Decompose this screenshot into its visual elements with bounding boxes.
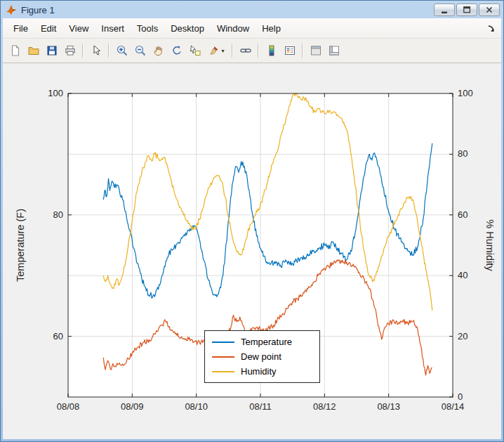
print-figure-button[interactable] (61, 42, 79, 60)
x-tick-label: 08/11 (249, 401, 272, 412)
menu-edit[interactable]: Edit (34, 20, 62, 37)
brush-icon (208, 44, 220, 57)
legend-item-humidity[interactable]: Humidity (205, 364, 319, 379)
menu-file[interactable]: File (7, 20, 34, 37)
right-tick-label: 60 (458, 209, 467, 220)
toolbar-separator (258, 44, 259, 58)
new-figure-icon (9, 44, 22, 57)
legend-label: Dew point (241, 351, 281, 362)
zoom-out-icon (134, 44, 147, 57)
figure-window: Figure 1 File Edit View Insert Tools Des… (0, 0, 504, 442)
legend-item-temperature[interactable]: Temperature (205, 334, 319, 349)
menubar: File Edit View Insert Tools Desktop Wind… (3, 18, 501, 39)
legend-line-sample-humidity (212, 371, 234, 372)
zoom-in-button[interactable] (113, 42, 131, 60)
insert-colorbar-button[interactable] (263, 42, 280, 60)
edit-plot-button[interactable] (87, 42, 105, 60)
matlab-figure-icon (6, 4, 17, 15)
titlebar[interactable]: Figure 1 (3, 0, 501, 18)
link-plot-button[interactable] (237, 42, 254, 60)
right-axis-label: % Humidity (484, 219, 496, 271)
hide-plot-tools-button[interactable] (307, 42, 324, 60)
rotate-3d-icon (171, 44, 183, 57)
show-plot-tools-button[interactable] (325, 42, 343, 60)
figure-toolbar: ▾ (3, 39, 501, 63)
data-cursor-button[interactable] (186, 42, 204, 60)
menu-help[interactable]: Help (256, 20, 287, 37)
save-floppy-icon (46, 44, 58, 57)
legend-item-dew-point[interactable]: Dew point (205, 349, 319, 364)
arrow-cursor-icon (90, 44, 102, 57)
legend-label: Temperature (241, 337, 292, 347)
x-tick-label: 08/13 (377, 401, 400, 412)
legend-line-sample-temperature (212, 342, 234, 343)
x-tick-label: 08/14 (442, 401, 465, 412)
link-plot-icon (239, 44, 252, 57)
legend-line-sample-dew-point (212, 356, 234, 358)
open-file-button[interactable] (25, 42, 42, 60)
brush-data-button[interactable]: ▾ (204, 42, 228, 60)
right-tick-label: 40 (458, 270, 467, 280)
window-title: Figure 1 (21, 5, 55, 15)
rotate-3d-button[interactable] (168, 42, 185, 60)
new-figure-button[interactable] (6, 42, 24, 60)
zoom-in-icon (116, 44, 128, 57)
toolbar-separator (302, 44, 303, 58)
minimize-button[interactable] (434, 4, 455, 16)
maximize-button[interactable] (456, 4, 477, 16)
figure-canvas[interactable]: 08/0808/0908/1008/1108/1208/1308/1460801… (3, 63, 501, 439)
legend-label: Humidity (241, 366, 277, 377)
insert-legend-icon (284, 44, 296, 57)
dock-figure-icon[interactable] (486, 24, 497, 33)
close-button[interactable] (479, 4, 500, 16)
data-cursor-icon (189, 44, 201, 57)
hand-pan-icon (152, 44, 165, 57)
maximize-icon (461, 5, 472, 15)
x-tick-label: 08/09 (121, 401, 144, 412)
menu-view[interactable]: View (62, 20, 95, 37)
printer-icon (64, 44, 77, 57)
menu-insert[interactable]: Insert (95, 20, 131, 37)
legend[interactable]: Temperature Dew point Humidity (204, 330, 320, 383)
minimize-icon (439, 5, 450, 15)
left-tick-label: 100 (48, 88, 63, 98)
insert-legend-button[interactable] (281, 42, 298, 60)
show-plot-tools-icon (328, 44, 340, 57)
zoom-out-button[interactable] (131, 42, 149, 60)
toolbar-separator (108, 44, 110, 58)
menu-desktop[interactable]: Desktop (164, 20, 211, 37)
right-tick-label: 100 (458, 88, 473, 98)
x-tick-label: 08/12 (313, 401, 336, 412)
toolbar-separator (232, 44, 233, 58)
insert-colorbar-icon (265, 44, 278, 57)
left-tick-label: 60 (53, 331, 63, 342)
hide-plot-tools-icon (310, 44, 322, 57)
brush-dropdown-icon: ▾ (221, 48, 224, 54)
save-figure-button[interactable] (43, 42, 60, 60)
menu-window[interactable]: Window (211, 20, 256, 37)
toolbar-separator (82, 44, 84, 58)
right-tick-label: 0 (458, 391, 463, 402)
x-tick-label: 08/10 (185, 401, 208, 412)
right-tick-label: 80 (458, 148, 467, 159)
left-tick-label: 80 (53, 209, 63, 220)
right-tick-label: 20 (458, 331, 467, 342)
pan-button[interactable] (150, 42, 167, 60)
left-axis-label: Temperature (F) (15, 209, 26, 282)
menu-tools[interactable]: Tools (131, 20, 164, 37)
close-icon (484, 5, 495, 15)
x-tick-label: 08/08 (57, 401, 80, 412)
open-folder-icon (27, 44, 40, 57)
